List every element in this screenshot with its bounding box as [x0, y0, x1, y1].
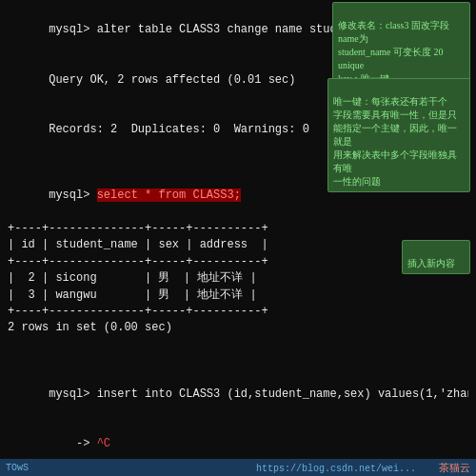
watermark-brand: 茶猫云	[439, 462, 470, 473]
ctrl-c: ^C	[97, 437, 110, 450]
line-2rows: 2 rows in set (0.00 sec)	[8, 320, 468, 336]
line-abort-arrow: -> ^C	[8, 420, 468, 465]
records-text: Records: 2 Duplicates: 0 Warnings: 0	[49, 123, 309, 136]
prompt-1: mysql>	[49, 23, 96, 36]
table-border-1: +----+--------------+-----+----------+	[8, 221, 468, 237]
prompt-3: mysql>	[49, 387, 96, 401]
table-border-3: +----+--------------+-----+----------+	[8, 304, 468, 320]
table-row-sicong: | 2 | sicong | 男 | 地址不详 |	[8, 270, 468, 287]
watermark-url-text: https://blog.csdn.net/wei...	[256, 464, 416, 474]
arrow-text: ->	[49, 437, 96, 450]
prompt-2: mysql>	[49, 188, 96, 202]
table-header: | id | student_name | sex | address |	[8, 237, 468, 253]
watermark-bar: TOwS https://blog.csdn.net/wei... 茶猫云	[0, 459, 476, 476]
cmd-select-1: select * from CLASS3;	[97, 188, 241, 202]
watermark-url: https://blog.csdn.net/wei... 茶猫云	[256, 461, 470, 475]
cmd-insert-abort: insert into CLASS3 (id,student_name,sex)…	[97, 387, 468, 401]
blank-2	[8, 337, 468, 353]
table-row-wangwu: | 3 | wangwu | 男 | 地址不详 |	[8, 288, 468, 304]
line-insert-abort: mysql> insert into CLASS3 (id,student_na…	[8, 370, 468, 420]
watermark-left-text: TOwS	[6, 463, 29, 473]
annotation-unique-key: 唯一键：每张表还有若干个字段需要具有唯一性，但是只能指定一个主键，因此，唯一就是…	[327, 78, 470, 192]
terminal-window: mysql> alter table CLASS3 change name st…	[0, 0, 476, 476]
ok-text-1: Query OK, 2 rows affected (0.01 sec)	[49, 73, 295, 87]
annotation-alter: 修改表名：class3 固改字段name为student_name 可变长度 2…	[332, 2, 470, 89]
annotation-insert: 插入新内容	[402, 240, 470, 274]
table-border-2: +----+--------------+-----+----------+	[8, 254, 468, 270]
blank-3	[8, 353, 468, 369]
